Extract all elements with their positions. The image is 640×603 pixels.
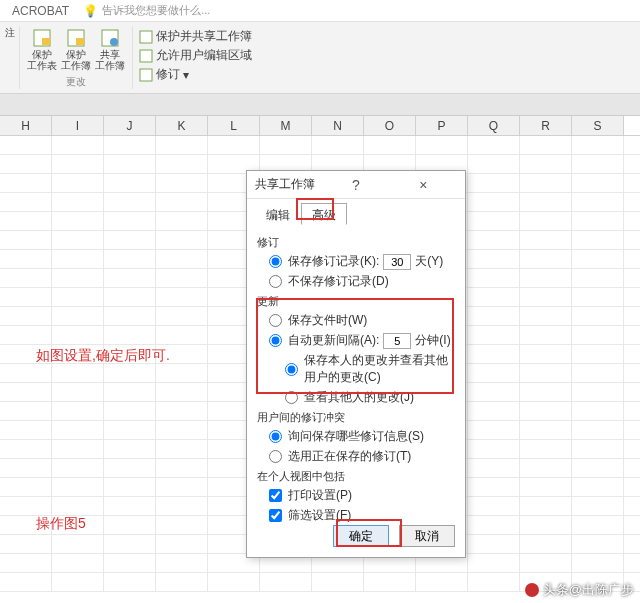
cell[interactable] [520,421,572,439]
cell[interactable] [572,250,624,268]
print-settings-check[interactable] [269,489,282,502]
keep-history-radio[interactable] [269,255,282,268]
cell[interactable] [468,478,520,496]
cell[interactable] [468,345,520,363]
cell[interactable] [52,307,104,325]
col-header[interactable]: J [104,116,156,135]
cell[interactable] [520,174,572,192]
cell[interactable] [0,364,52,382]
cell[interactable] [520,440,572,458]
cell[interactable] [52,193,104,211]
cell[interactable] [520,402,572,420]
cell[interactable] [156,459,208,477]
cell[interactable] [52,459,104,477]
cell[interactable] [104,440,156,458]
cell[interactable] [52,554,104,572]
cell[interactable] [52,421,104,439]
cell[interactable] [468,554,520,572]
cell[interactable] [156,231,208,249]
cell[interactable] [104,364,156,382]
col-header[interactable]: K [156,116,208,135]
cell[interactable] [520,269,572,287]
cell[interactable] [104,269,156,287]
cell[interactable] [104,307,156,325]
cell[interactable] [0,307,52,325]
cell[interactable] [572,326,624,344]
cell[interactable] [312,136,364,154]
col-header[interactable]: S [572,116,624,135]
cell[interactable] [156,212,208,230]
dialog-help-button[interactable]: ? [322,177,389,193]
cell[interactable] [416,136,468,154]
cell[interactable] [520,345,572,363]
cell[interactable] [468,269,520,287]
cell[interactable] [520,478,572,496]
cell[interactable] [520,535,572,553]
cell[interactable] [52,136,104,154]
cell[interactable] [0,421,52,439]
cell[interactable] [520,155,572,173]
cell[interactable] [52,174,104,192]
cell[interactable] [104,212,156,230]
cell[interactable] [52,383,104,401]
cell[interactable] [468,516,520,534]
cell[interactable] [0,402,52,420]
cell[interactable] [0,554,52,572]
cell[interactable] [520,212,572,230]
cell[interactable] [52,478,104,496]
tell-me-box[interactable]: 告诉我您想要做什么... [102,3,210,18]
cell[interactable] [468,497,520,515]
days-input[interactable] [383,254,411,270]
cell[interactable] [52,440,104,458]
cell[interactable] [260,573,312,591]
cell[interactable] [52,535,104,553]
cell[interactable] [0,269,52,287]
cell[interactable] [520,364,572,382]
cell[interactable] [52,231,104,249]
cell[interactable] [572,269,624,287]
cell[interactable] [572,231,624,249]
protect-workbook-button[interactable]: 保护 工作簿 [60,26,92,71]
cell[interactable] [104,497,156,515]
cell[interactable] [156,516,208,534]
cell[interactable] [468,307,520,325]
cell[interactable] [364,573,416,591]
cell[interactable] [0,288,52,306]
cell[interactable] [468,288,520,306]
cell[interactable] [104,193,156,211]
cell[interactable] [468,459,520,477]
cell[interactable] [208,136,260,154]
cell[interactable] [260,136,312,154]
cell[interactable] [0,136,52,154]
col-header[interactable]: M [260,116,312,135]
cell[interactable] [0,535,52,553]
cell[interactable] [0,193,52,211]
share-workbook-button[interactable]: 共享 工作簿 [94,26,126,71]
cell[interactable] [52,402,104,420]
cell[interactable] [572,193,624,211]
cell[interactable] [468,193,520,211]
cell[interactable] [156,174,208,192]
use-saving-radio[interactable] [269,450,282,463]
cell[interactable] [0,497,52,515]
cell[interactable] [0,174,52,192]
cell[interactable] [156,535,208,553]
acrobat-tab[interactable]: ACROBAT [12,4,69,18]
cell[interactable] [156,364,208,382]
filter-settings-check[interactable] [269,509,282,522]
cell[interactable] [468,440,520,458]
col-header[interactable]: I [52,116,104,135]
cell[interactable] [364,136,416,154]
cell[interactable] [572,478,624,496]
cell[interactable] [52,269,104,287]
cell[interactable] [104,516,156,534]
cell[interactable] [0,212,52,230]
cell[interactable] [104,326,156,344]
cell[interactable] [52,497,104,515]
cell[interactable] [572,497,624,515]
cell[interactable] [156,478,208,496]
cell[interactable] [104,288,156,306]
cell[interactable] [52,364,104,382]
cell[interactable] [104,250,156,268]
col-header[interactable]: N [312,116,364,135]
